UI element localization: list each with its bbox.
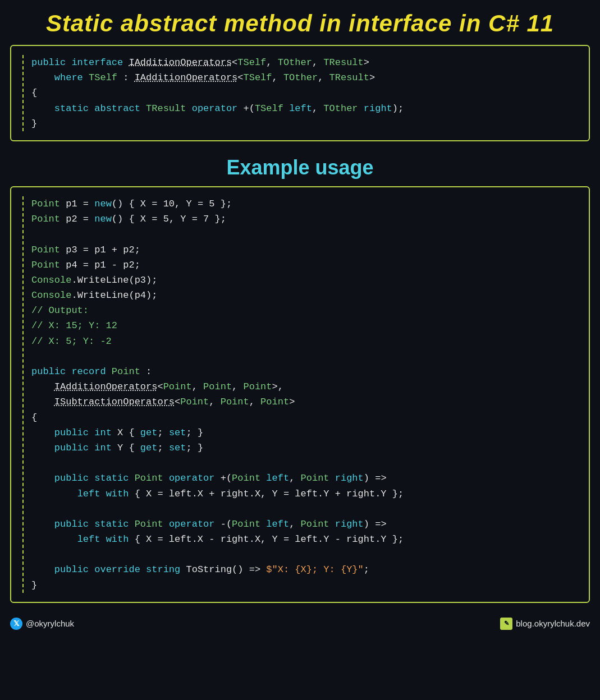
footer: 𝕏 @okyrylchuk ✎ blog.okyrylchuk.dev	[0, 612, 600, 634]
main-title-section: Static abstract method in interface in C…	[0, 0, 600, 45]
page-wrapper: Static abstract method in interface in C…	[0, 0, 600, 634]
blog-url: blog.okyrylchuk.dev	[516, 619, 590, 628]
example-code-pre: Point p1 = new() { X = 10, Y = 5 }; Poin…	[22, 196, 579, 593]
example-usage-title: Example usage	[11, 156, 589, 179]
page-title: Static abstract method in interface in C…	[11, 10, 589, 37]
twitter-handle: @okyrylchuk	[26, 619, 74, 628]
footer-blog: ✎ blog.okyrylchuk.dev	[500, 618, 590, 630]
blog-icon: ✎	[500, 618, 512, 630]
example-code-block: Point p1 = new() { X = 10, Y = 5 }; Poin…	[10, 186, 590, 603]
example-usage-title-section: Example usage	[0, 150, 600, 186]
interface-code-pre: public interface IAdditionOperators<TSel…	[22, 55, 579, 131]
interface-code-block: public interface IAdditionOperators<TSel…	[10, 45, 590, 141]
twitter-icon: 𝕏	[10, 618, 22, 630]
footer-twitter: 𝕏 @okyrylchuk	[10, 618, 74, 630]
